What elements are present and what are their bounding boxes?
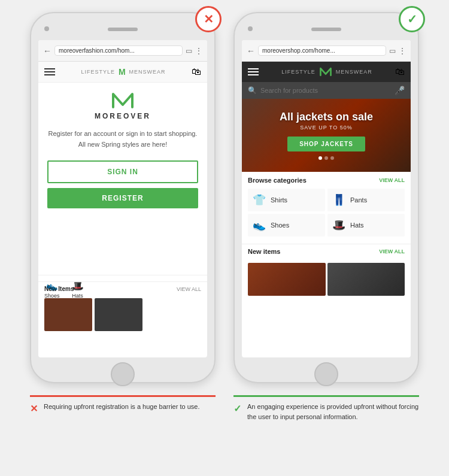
- bag-icon-good[interactable]: 🛍: [395, 66, 405, 77]
- bag-icon-bad[interactable]: 🛍: [192, 66, 201, 77]
- view-all-bad[interactable]: VIEW ALL: [177, 286, 201, 292]
- dot-2: [324, 156, 328, 160]
- categories-header: Browse categories VIEW ALL: [248, 177, 405, 184]
- hats-label: Hats: [350, 222, 364, 229]
- good-phone: ✓ ← moreovershop.com/home... ▭ ⋮: [233, 12, 419, 383]
- hats-category-good[interactable]: 🎩 Hats: [327, 214, 405, 237]
- dot-3: [330, 156, 334, 160]
- speaker-good: [311, 28, 341, 31]
- new-items-view-all-good[interactable]: VIEW ALL: [379, 248, 405, 254]
- shirt-icon: 👕: [253, 193, 266, 207]
- new-items-section-bad: New Items VIEW ALL: [38, 281, 207, 333]
- hero-title: All jackets on sale: [280, 111, 373, 123]
- home-button-good[interactable]: [314, 362, 338, 386]
- hero-subtitle: SAVE UP TO 50%: [300, 125, 352, 131]
- header-center-bad: LIFESTYLE M MENSWEAR: [81, 67, 165, 77]
- new-item-thumb-2-bad: [95, 298, 142, 331]
- bad-badge: ✕: [195, 6, 222, 32]
- browser-back-good[interactable]: ←: [247, 46, 255, 56]
- phone-notch-good: [242, 22, 411, 37]
- hats-icon-good: 🎩: [332, 219, 345, 232]
- header-center-good: LIFESTYLE MENSWEAR: [281, 67, 372, 77]
- shoes-label: Shoes: [271, 222, 289, 229]
- browser-icon-good: ▭: [389, 47, 396, 55]
- new-items-imgs-good: [242, 261, 411, 299]
- dot-1: [318, 156, 322, 160]
- good-annotation: ✓ An engaging experience is provided upf…: [233, 395, 419, 422]
- pants-icon: 👖: [332, 193, 345, 207]
- m-logo-good: [319, 67, 332, 77]
- pants-category[interactable]: 👖 Pants: [327, 189, 405, 211]
- register-button[interactable]: REGISTER: [47, 188, 198, 208]
- good-annotation-text: An engaging experience is provided upfro…: [247, 402, 419, 422]
- bad-annotation-text: Requiring upfront registration is a huge…: [44, 402, 199, 412]
- moreover-logo-m: [111, 92, 135, 112]
- login-description: Register for an account or sign in to st…: [47, 129, 198, 150]
- shirts-label: Shirts: [271, 196, 287, 204]
- new-item-thumb-1-good: [248, 263, 326, 296]
- search-input[interactable]: [260, 87, 391, 94]
- new-items-section-good: New items VIEW ALL: [242, 244, 411, 261]
- shop-jackets-button[interactable]: SHOP JACKETS: [287, 137, 365, 151]
- categories-section: Browse categories VIEW ALL 👕 Shirts 👖 Pa…: [242, 172, 411, 241]
- browser-menu-bad[interactable]: ⋮: [195, 47, 202, 55]
- moreover-brand-text: MOREOVER: [95, 112, 151, 120]
- app-header-bad: LIFESTYLE M MENSWEAR 🛍: [38, 62, 207, 83]
- browser-menu-good[interactable]: ⋮: [399, 47, 406, 55]
- shoes-icon-good: 👟: [253, 219, 266, 232]
- speaker-bad: [108, 28, 138, 31]
- browser-url-good: moreovershop.com/home...: [258, 46, 386, 56]
- hamburger-menu-good[interactable]: [248, 68, 259, 75]
- new-item-thumb-1-bad: [44, 298, 92, 331]
- browser-icon-bad: ▭: [186, 47, 192, 55]
- new-items-title-good: New items: [248, 248, 280, 255]
- new-item-thumb-2-good: [327, 263, 405, 296]
- browser-back-bad[interactable]: ←: [43, 46, 51, 56]
- login-screen: MOREOVER Register for an account or sign…: [38, 83, 207, 217]
- camera-good: [248, 26, 253, 31]
- search-icon: 🔍: [248, 86, 257, 95]
- pants-label: Pants: [350, 196, 367, 204]
- bad-phone-screen: ← moreoverfashion.com/hom... ▭ ⋮ LIFESTY…: [38, 40, 207, 357]
- good-badge: ✓: [399, 6, 425, 32]
- annotations-row: ✕ Requiring upfront registration is a hu…: [12, 395, 437, 422]
- hamburger-menu-bad[interactable]: [44, 68, 55, 75]
- bad-annotation-icon: ✕: [30, 403, 38, 414]
- categories-view-all[interactable]: VIEW ALL: [379, 177, 405, 183]
- shirts-category[interactable]: 👕 Shirts: [248, 189, 325, 211]
- good-annotation-icon: ✓: [233, 403, 241, 414]
- browser-url-bad: moreoverfashion.com/hom...: [54, 46, 183, 56]
- categories-grid: 👕 Shirts 👖 Pants 👟 Shoes 🎩 Hats: [248, 189, 405, 237]
- shoes-category-good[interactable]: 👟 Shoes: [248, 214, 325, 237]
- search-bar: 🔍 🎤: [242, 82, 411, 99]
- camera-bad: [44, 26, 49, 31]
- phone-notch-bad: [38, 22, 207, 37]
- bad-phone: ✕ ← moreoverfashion.com/hom... ▭ ⋮ LIFES…: [30, 12, 216, 383]
- browser-bar-good: ← moreovershop.com/home... ▭ ⋮: [242, 40, 411, 62]
- bad-annotation: ✕ Requiring upfront registration is a hu…: [30, 395, 216, 422]
- mic-icon[interactable]: 🎤: [395, 86, 405, 95]
- sign-in-button[interactable]: SIGN IN: [47, 160, 198, 183]
- hero-dots: [318, 156, 334, 160]
- home-button-bad[interactable]: [111, 362, 135, 386]
- categories-title: Browse categories: [248, 177, 307, 184]
- new-items-title-bad: New Items: [44, 286, 74, 292]
- app-header-good: LIFESTYLE MENSWEAR 🛍: [242, 62, 411, 82]
- good-phone-screen: ← moreovershop.com/home... ▭ ⋮ LIFESTYLE: [242, 40, 411, 357]
- browser-bar-bad: ← moreoverfashion.com/hom... ▭ ⋮: [38, 40, 207, 62]
- hero-banner: All jackets on sale SAVE UP TO 50% SHOP …: [242, 99, 411, 172]
